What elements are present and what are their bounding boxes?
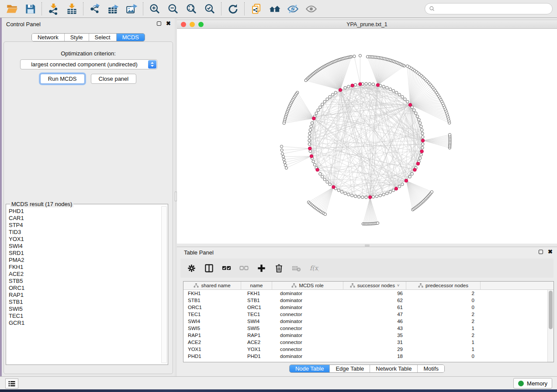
mcds-hub-node[interactable] — [308, 147, 312, 150]
ring-node[interactable] — [326, 98, 329, 100]
leaf-node[interactable] — [324, 213, 326, 216]
mcds-hub-node[interactable] — [368, 196, 372, 199]
ring-node[interactable] — [313, 163, 316, 166]
tab-network[interactable]: Network — [32, 34, 65, 41]
ring-node[interactable] — [415, 112, 417, 114]
mcds-hub-node[interactable] — [310, 155, 313, 158]
table-row[interactable]: PHD1PHD1dominator180 — [183, 353, 547, 360]
table-scrollbar-thumb[interactable] — [549, 291, 553, 329]
ring-node[interactable] — [309, 128, 311, 131]
ring-node[interactable] — [354, 195, 356, 198]
ring-node[interactable] — [340, 190, 343, 193]
ring-node[interactable] — [401, 183, 404, 186]
export-table-button[interactable] — [104, 1, 122, 16]
tab-style[interactable]: Style — [65, 34, 89, 41]
leaf-node[interactable] — [283, 158, 285, 161]
optimization-criterion-select[interactable]: largest connected component (undirected) — [20, 59, 157, 69]
ring-node[interactable] — [329, 183, 331, 186]
ring-node[interactable] — [389, 190, 391, 193]
ring-node[interactable] — [408, 175, 411, 178]
float-table-panel-icon[interactable] — [538, 249, 543, 254]
ring-node[interactable] — [411, 172, 413, 175]
mcds-hub-node[interactable] — [376, 83, 380, 87]
show-columns-button[interactable] — [202, 261, 215, 275]
leaf-node[interactable] — [406, 65, 408, 67]
ring-node[interactable] — [358, 196, 360, 198]
ring-node[interactable] — [386, 192, 388, 195]
leaf-node[interactable] — [304, 79, 307, 82]
leaf-node[interactable] — [353, 55, 356, 58]
leaf-node[interactable] — [285, 167, 287, 169]
ring-node[interactable] — [312, 160, 315, 163]
ring-node[interactable] — [420, 153, 422, 156]
close-panel-button[interactable]: Close panel — [91, 74, 137, 84]
table-row[interactable]: YOX1YOX1connector291 — [183, 346, 547, 353]
ring-node[interactable] — [334, 91, 337, 94]
ring-node[interactable] — [379, 194, 381, 197]
ring-node[interactable] — [421, 132, 424, 135]
ring-node[interactable] — [344, 192, 346, 195]
mcds-hub-node[interactable] — [339, 88, 342, 92]
ring-node[interactable] — [419, 157, 421, 159]
save-session-button[interactable] — [21, 1, 39, 16]
ring-node[interactable] — [413, 109, 415, 111]
close-table-panel-icon[interactable]: ✖ — [547, 249, 553, 254]
table-row[interactable]: RAP1RAP1dominator352 — [183, 332, 547, 339]
tab-network-table[interactable]: Network Table — [370, 365, 418, 372]
ring-node[interactable] — [372, 83, 374, 86]
ring-node[interactable] — [347, 193, 350, 196]
leaf-node[interactable] — [366, 55, 369, 58]
zoom-out-button[interactable] — [164, 1, 182, 16]
leaf-node[interactable] — [283, 122, 285, 124]
ring-node[interactable] — [419, 122, 421, 124]
ring-node[interactable] — [326, 181, 329, 183]
float-panel-icon[interactable] — [156, 21, 162, 26]
leaf-node[interactable] — [284, 164, 287, 166]
column-header-predecessor-nodes[interactable]: predecessor nodes — [406, 282, 481, 289]
leaf-node[interactable] — [359, 54, 361, 57]
ring-node[interactable] — [315, 112, 318, 114]
import-network-button[interactable] — [44, 1, 62, 16]
open-file-button[interactable] — [3, 1, 21, 16]
ring-node[interactable] — [422, 143, 424, 145]
ring-node[interactable] — [416, 115, 419, 117]
export-network-button[interactable] — [86, 1, 104, 16]
ring-node[interactable] — [321, 175, 324, 178]
ring-node[interactable] — [323, 178, 326, 181]
zoom-in-button[interactable] — [145, 1, 164, 16]
leaf-node[interactable] — [448, 134, 451, 136]
ring-node[interactable] — [382, 193, 385, 196]
ring-node[interactable] — [365, 83, 367, 85]
zoom-fit-button[interactable] — [182, 1, 201, 16]
mcds-hub-node[interactable] — [413, 168, 417, 172]
ring-node[interactable] — [337, 189, 340, 192]
eye-button[interactable] — [302, 1, 320, 16]
ring-node[interactable] — [308, 132, 311, 135]
column-header-shared-name[interactable]: shared name — [183, 282, 241, 289]
ring-node[interactable] — [319, 172, 322, 175]
ring-node[interactable] — [368, 83, 371, 85]
ring-node[interactable] — [382, 85, 385, 88]
ring-node[interactable] — [401, 96, 404, 98]
ring-node[interactable] — [329, 96, 331, 98]
mcds-hub-node[interactable] — [316, 168, 319, 172]
mcds-result-scrollbar[interactable] — [161, 206, 167, 363]
ring-node[interactable] — [398, 93, 401, 96]
refresh-button[interactable] — [224, 1, 242, 16]
mcds-hub-node[interactable] — [332, 186, 336, 189]
leaf-node[interactable] — [280, 149, 283, 151]
table-row[interactable]: STB1STB1dominator620 — [183, 297, 547, 304]
table-scrollbar[interactable] — [547, 290, 554, 362]
mcds-hub-node[interactable] — [408, 103, 412, 107]
export-image-button[interactable] — [122, 1, 141, 16]
ring-node[interactable] — [347, 85, 350, 88]
column-header-successor-nodes[interactable]: successor nodes˅ — [343, 282, 406, 289]
ring-node[interactable] — [389, 88, 391, 90]
ring-node[interactable] — [317, 109, 319, 111]
ring-node[interactable] — [361, 196, 364, 199]
ring-node[interactable] — [323, 100, 326, 103]
ring-node[interactable] — [308, 139, 311, 142]
column-header-MCDS-role[interactable]: MCDS role — [272, 282, 343, 289]
memory-button[interactable]: Memory — [513, 378, 552, 389]
ring-node[interactable] — [331, 93, 334, 96]
